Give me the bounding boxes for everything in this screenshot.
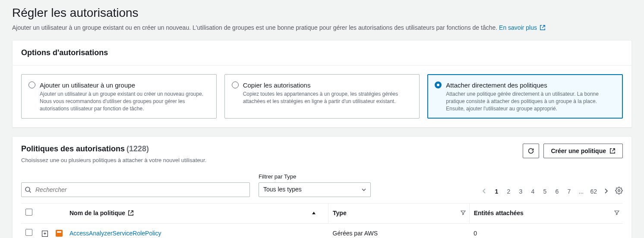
filter-type-select[interactable]: Tous les types	[259, 182, 371, 197]
gear-icon	[615, 187, 623, 194]
chevron-right-icon	[604, 188, 608, 194]
policies-section-subtitle: Choisissez une ou plusieurs politiques à…	[21, 157, 206, 164]
options-panel-title: Options d'autorisations	[21, 47, 623, 58]
option-desc: Ajouter un utilisateur à un groupe exist…	[40, 91, 209, 112]
page-number[interactable]: 2	[505, 188, 511, 196]
search-input[interactable]	[21, 182, 250, 197]
policies-table: Nom de la politique Type Entités atta	[21, 203, 623, 238]
col-header-name-label: Nom de la politique	[69, 210, 125, 216]
page-title: Régler les autorisations	[12, 4, 632, 21]
expand-row-button[interactable]: +	[42, 231, 48, 237]
col-header-attached-label: Entités attachées	[474, 210, 524, 216]
filter-type-label: Filtrer par Type	[259, 173, 371, 181]
select-all-checkbox[interactable]	[25, 209, 32, 216]
filter-icon	[461, 209, 466, 218]
pagination: 1 2 3 4 5 6 7 ... 62	[481, 187, 623, 197]
refresh-icon	[527, 147, 534, 154]
policy-aws-managed-icon	[56, 230, 63, 237]
learn-more-label: En savoir plus	[499, 24, 537, 31]
learn-more-link[interactable]: En savoir plus	[499, 24, 546, 31]
create-policy-label: Créer une politique	[551, 147, 606, 154]
policies-section-title: Politiques des autorisations	[21, 144, 125, 153]
svg-point-0	[25, 187, 30, 191]
page-number[interactable]: 4	[530, 188, 536, 196]
option-title: Attacher directement des politiques	[446, 81, 616, 90]
table-settings-button[interactable]	[615, 187, 623, 197]
radio-icon	[232, 81, 239, 88]
page-subtitle: Ajouter un utilisateur à un groupe exist…	[12, 24, 632, 32]
sort-asc-icon	[312, 209, 316, 218]
policies-panel: Politiques des autorisations (1228) Choi…	[12, 136, 632, 238]
page-number[interactable]: 7	[566, 188, 572, 196]
page-next[interactable]	[603, 188, 609, 196]
row-checkbox[interactable]	[25, 229, 32, 236]
filter-icon	[614, 209, 619, 218]
page-number[interactable]: 6	[554, 188, 560, 196]
page-ellipsis: ...	[578, 188, 584, 196]
page-prev[interactable]	[481, 188, 487, 196]
option-desc: Attacher une politique gérée directement…	[446, 91, 616, 112]
caret-down-icon	[362, 188, 366, 192]
page-number[interactable]: 1	[493, 188, 499, 196]
option-title: Ajouter un utilisateur à un groupe	[40, 81, 209, 90]
external-link-icon	[128, 210, 134, 216]
option-attach-policies[interactable]: Attacher directement des politiques Atta…	[427, 74, 623, 119]
chevron-left-icon	[482, 188, 486, 194]
option-desc: Copiez toutes les appartenances à un gro…	[243, 91, 413, 105]
radio-icon	[28, 81, 35, 88]
svg-point-1	[618, 190, 620, 192]
page-subtitle-text: Ajouter un utilisateur à un groupe exist…	[12, 24, 499, 31]
table-row: + AccessAnalyzerServiceRolePolicy Gérées…	[21, 223, 623, 238]
option-add-to-group[interactable]: Ajouter un utilisateur à un groupe Ajout…	[21, 74, 217, 119]
col-header-attached[interactable]: Entités attachées	[469, 203, 623, 223]
policies-count: (1228)	[126, 144, 149, 153]
page-number[interactable]: 5	[542, 188, 548, 196]
page-number[interactable]: 3	[518, 188, 524, 196]
permissions-options-panel: Options d'autorisations Ajouter un utili…	[12, 40, 632, 128]
filter-type-value: Tous les types	[263, 185, 302, 194]
refresh-button[interactable]	[523, 144, 539, 158]
col-header-type-label: Type	[333, 210, 347, 216]
external-link-icon	[540, 25, 546, 31]
page-number[interactable]: 62	[590, 188, 597, 196]
col-header-name[interactable]: Nom de la politique	[65, 203, 328, 223]
policy-type-cell: Gérées par AWS	[328, 223, 470, 238]
policy-name-link[interactable]: AccessAnalyzerServiceRolePolicy	[69, 230, 161, 237]
col-header-type[interactable]: Type	[328, 203, 470, 223]
policy-attached-cell: 0	[469, 223, 623, 238]
option-copy-permissions[interactable]: Copier les autorisations Copiez toutes l…	[224, 74, 420, 119]
external-link-icon	[609, 148, 616, 154]
search-icon	[25, 186, 32, 193]
create-policy-button[interactable]: Créer une politique	[543, 144, 623, 158]
radio-icon	[435, 81, 442, 88]
option-title: Copier les autorisations	[243, 81, 413, 90]
